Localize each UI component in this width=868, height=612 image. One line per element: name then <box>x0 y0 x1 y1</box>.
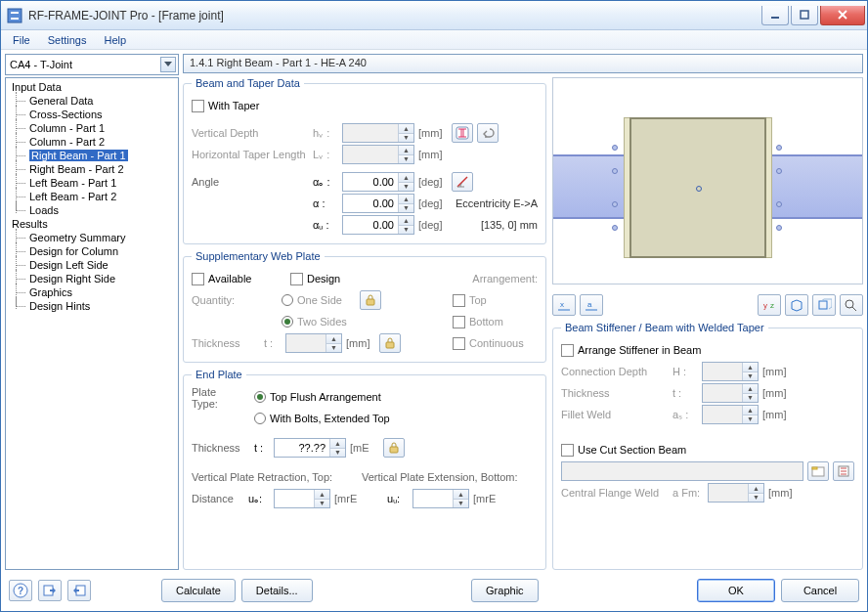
ep-uu-input[interactable]: ▲▼ <box>412 489 469 508</box>
details-button[interactable]: Details... <box>241 579 313 602</box>
stiffener-legend: Beam Stiffener / Beam with Welded Taper <box>561 322 768 333</box>
view-iso-button[interactable] <box>785 294 808 316</box>
arr-top-checkbox[interactable] <box>453 294 465 307</box>
preview-viewport[interactable] <box>552 77 863 284</box>
lock-icon-2[interactable] <box>379 333 401 353</box>
svg-point-12 <box>846 300 853 308</box>
svg-text:y: y <box>763 301 767 310</box>
ep-uo-input[interactable]: ▲▼ <box>274 489 330 508</box>
svg-rect-14 <box>812 467 817 469</box>
minimize-button[interactable] <box>761 6 789 25</box>
tree-item[interactable]: Column - Part 2 <box>6 135 178 149</box>
menu-file[interactable]: File <box>5 32 38 48</box>
app-window: RF-FRAME-JOINT Pro - [Frame joint] File … <box>0 0 868 612</box>
svg-rect-0 <box>8 9 22 22</box>
qty-one-radio[interactable] <box>282 294 293 306</box>
cancel-button[interactable]: Cancel <box>781 579 859 602</box>
view-yz-button[interactable]: yz <box>758 294 781 316</box>
tree-item[interactable]: Design for Column <box>6 244 178 258</box>
with-taper-checkbox[interactable] <box>192 100 204 112</box>
help-button[interactable]: ? <box>9 580 32 601</box>
stiff-as-input: ▲▼ <box>702 405 759 424</box>
section-info-button[interactable] <box>833 461 854 481</box>
vdepth-label: Vertical Depth <box>192 127 309 139</box>
angle-a-input[interactable]: ▲▼ <box>342 194 414 213</box>
view-x-button[interactable]: x <box>552 294 576 316</box>
web-available-checkbox[interactable] <box>192 273 204 285</box>
beam-taper-legend: Beam and Taper Data <box>192 77 304 89</box>
case-combo[interactable]: CA4 - T-Joint <box>5 54 179 75</box>
plate-bolts-ext-radio[interactable] <box>254 413 266 424</box>
menu-help[interactable]: Help <box>96 32 134 48</box>
svg-text:a: a <box>587 300 592 309</box>
import-button[interactable] <box>38 580 62 601</box>
svg-rect-4 <box>367 299 374 305</box>
section-title: 1.4.1 Right Beam - Part 1 - HE-A 240 <box>183 54 863 73</box>
case-combo-text: CA4 - T-Joint <box>10 59 160 70</box>
angle-ao-input[interactable]: ▲▼ <box>342 172 414 192</box>
menu-settings[interactable]: Settings <box>40 32 95 48</box>
tree-item[interactable]: Design Hints <box>6 299 178 313</box>
revert-button[interactable] <box>477 123 499 143</box>
tree-item[interactable]: Right Beam - Part 1 <box>6 149 178 162</box>
ep-thickness-input[interactable]: ▲▼ <box>274 438 346 458</box>
lock-icon[interactable] <box>360 290 381 310</box>
window-title: RF-FRAME-JOINT Pro - [Frame joint] <box>28 9 761 22</box>
lock-icon-3[interactable] <box>383 438 405 458</box>
arr-bottom-checkbox[interactable] <box>453 316 465 328</box>
svg-rect-1 <box>771 17 779 19</box>
cfw-input: ▲▼ <box>708 483 764 503</box>
calculate-button[interactable]: Calculate <box>161 579 236 602</box>
hlen-input: ▲▼ <box>342 145 414 164</box>
tree-item[interactable]: General Data <box>6 94 178 108</box>
tree-root-input[interactable]: Input Data <box>6 80 178 94</box>
tree-item[interactable]: Left Beam - Part 1 <box>6 176 178 190</box>
tree-item[interactable]: Graphics <box>6 285 178 299</box>
stiff-H-input: ▲▼ <box>702 362 759 381</box>
tree-root-results[interactable]: Results <box>6 217 178 231</box>
pick-section-button[interactable] <box>452 123 473 143</box>
view-a-button[interactable]: a <box>580 294 603 316</box>
maximize-button[interactable] <box>791 6 818 25</box>
cut-section-input <box>561 461 803 481</box>
web-design-checkbox[interactable] <box>290 273 303 285</box>
app-icon <box>7 8 22 23</box>
ecc-value: [135, 0] mm <box>481 219 538 231</box>
tree-item[interactable]: Cross-Sections <box>6 108 178 121</box>
angle-pick-button[interactable] <box>452 172 473 192</box>
end-plate-legend: End Plate <box>192 369 246 380</box>
angle-au-input[interactable]: ▲▼ <box>342 215 414 235</box>
tree-item[interactable]: Loads <box>6 203 178 217</box>
tree-item[interactable]: Column - Part 1 <box>6 121 178 135</box>
footer: ? Calculate Details... Graphic OK Cancel <box>5 574 863 607</box>
ecc-label: Eccentricity E->A <box>456 197 538 209</box>
qty-two-radio[interactable] <box>282 316 293 328</box>
tree-item[interactable]: Geometry Summary <box>6 231 178 244</box>
view-3d-button[interactable] <box>812 294 836 316</box>
ok-button[interactable]: OK <box>697 579 775 602</box>
tree-item[interactable]: Design Right Side <box>6 272 178 285</box>
browse-section-button[interactable] <box>807 461 829 481</box>
graphic-button[interactable]: Graphic <box>471 579 539 602</box>
tree-item[interactable]: Left Beam - Part 2 <box>6 190 178 203</box>
chevron-down-icon[interactable] <box>160 57 176 72</box>
beam-taper-group: Beam and Taper Data With Taper Vertical … <box>183 77 546 244</box>
tree-item[interactable]: Right Beam - Part 2 <box>6 162 178 176</box>
angle-label: Angle <box>192 176 309 188</box>
svg-text:z: z <box>770 301 774 310</box>
arrange-stiff-checkbox[interactable] <box>561 344 574 357</box>
svg-text:x: x <box>560 300 564 309</box>
end-plate-group: End Plate Plate Type: Top Flush Arrangem… <box>183 369 546 570</box>
close-button[interactable] <box>820 6 865 25</box>
export-button[interactable] <box>67 580 91 601</box>
tree-item[interactable]: Design Left Side <box>6 258 178 272</box>
plate-top-flush-radio[interactable] <box>254 391 266 403</box>
stiffener-group: Beam Stiffener / Beam with Welded Taper … <box>552 322 863 570</box>
svg-text:?: ? <box>18 586 23 596</box>
arr-continuous-checkbox[interactable] <box>453 337 465 350</box>
menubar: File Settings Help <box>1 30 867 50</box>
svg-rect-2 <box>801 11 808 19</box>
nav-tree[interactable]: Input Data General DataCross-SectionsCol… <box>5 77 179 570</box>
zoom-button[interactable] <box>840 294 863 316</box>
use-cut-checkbox[interactable] <box>561 444 574 457</box>
